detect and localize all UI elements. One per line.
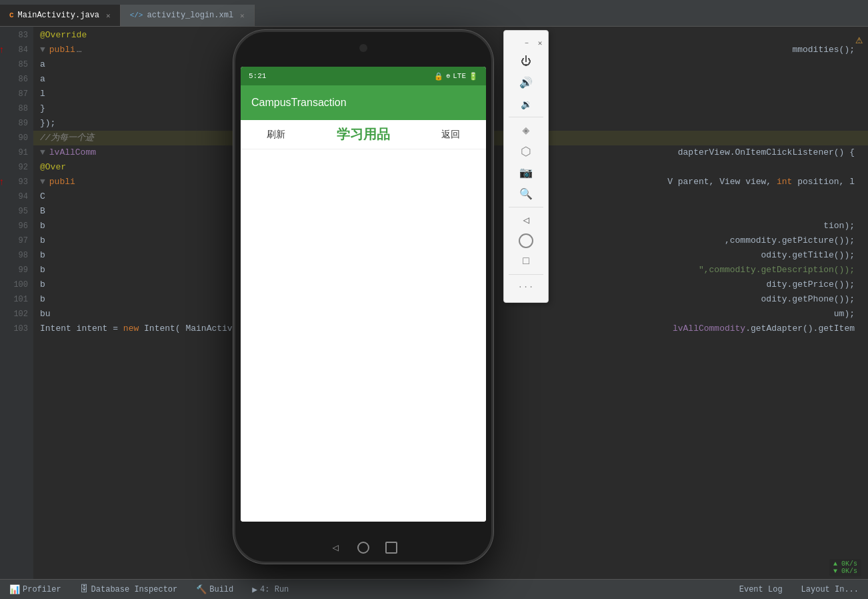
line-94: 94	[0, 189, 28, 204]
emu-camera-button[interactable]: 📷	[511, 162, 541, 183]
line-96: 96	[0, 219, 28, 233]
signal-text: LTE	[453, 72, 466, 80]
line-87: 87	[0, 87, 28, 101]
tab-bar: C MainActivity.java ✕ </> activity_login…	[0, 0, 868, 27]
traffic-indicators: ▲ 0K/s ▼ 0K/s	[829, 559, 861, 576]
emu-vol-down-button[interactable]: 🔉	[511, 93, 541, 115]
status-icons: 🔒 ⊕ LTE 🔋	[434, 72, 478, 81]
line-99: 99	[0, 263, 28, 277]
line-numbers: 83 ↑ 84 85 86 87 88 89 90 91 92 ↑ 93 94 …	[0, 27, 33, 579]
line-95: 95	[0, 204, 28, 219]
database-inspector-label: Database Inspector	[91, 585, 178, 594]
traffic-up: ▲ 0K/s	[833, 560, 857, 568]
emu-fold-button[interactable]: ⬡	[511, 141, 541, 162]
emu-square-button[interactable]: □	[511, 251, 541, 272]
app-title: CampusTransaction	[251, 97, 347, 109]
event-log-label: Event Log	[739, 585, 783, 594]
build-icon: 🔨	[196, 584, 207, 595]
emu-rotate-button[interactable]: ◈	[511, 119, 541, 141]
emu-vol-up-button[interactable]: 🔊	[511, 72, 541, 93]
emu-divider-3	[509, 274, 544, 275]
line-100: 100	[0, 277, 28, 292]
line-97: 97	[0, 233, 28, 248]
emu-divider-2	[509, 207, 544, 207]
lock-icon: 🔒	[434, 72, 443, 81]
layout-inspector-button[interactable]: Layout In...	[797, 584, 863, 596]
phone-screen[interactable]: 5:21 🔒 ⊕ LTE 🔋 CampusTransaction 刷新 学习用品…	[241, 67, 486, 522]
line-103: 103	[0, 322, 28, 336]
build-button[interactable]: 🔨 Build	[192, 583, 237, 596]
phone-home-button[interactable]	[357, 542, 369, 554]
phone-notch	[359, 44, 367, 52]
emu-zoom-button[interactable]: 🔍	[511, 183, 541, 205]
database-icon: 🗄	[80, 584, 89, 594]
build-label: Build	[209, 585, 233, 594]
emu-close-button[interactable]: ✕	[535, 37, 545, 48]
breakpoint-arrow-84: ↑	[0, 43, 4, 57]
location-icon: ⊕	[446, 72, 450, 80]
nav-category[interactable]: 学习用品	[337, 125, 390, 143]
emu-window-controls: – ✕	[504, 35, 548, 51]
app-nav-row: 刷新 学习用品 返回	[241, 120, 486, 149]
profiler-button[interactable]: 📊 Profiler	[5, 583, 65, 596]
traffic-down: ▼ 0K/s	[833, 568, 857, 575]
line-90: 90	[0, 131, 28, 145]
nav-back-btn[interactable]: 返回	[441, 129, 460, 141]
nav-refresh[interactable]: 刷新	[267, 129, 285, 141]
line-89: 89	[0, 116, 28, 131]
emu-minimize-button[interactable]: –	[521, 37, 532, 48]
status-bar: 5:21 🔒 ⊕ LTE 🔋	[241, 67, 486, 85]
line-92: 92	[0, 160, 28, 175]
line-93: ↑ 93	[0, 175, 28, 189]
tab-main-activity-close[interactable]: ✕	[106, 11, 111, 20]
line-86: 86	[0, 72, 28, 87]
line-102: 102	[0, 307, 28, 322]
phone-emulator: 5:21 🔒 ⊕ LTE 🔋 CampusTransaction 刷新 学习用品…	[233, 30, 493, 564]
profiler-icon: 📊	[9, 584, 20, 595]
tab-main-activity[interactable]: C MainActivity.java ✕	[0, 5, 121, 26]
java-icon: C	[9, 11, 14, 19]
phone-nav-bar: ◁	[329, 542, 397, 554]
app-content	[241, 149, 486, 522]
tab-activity-login-label: activity_login.xml	[147, 11, 233, 20]
line-85: 85	[0, 57, 28, 72]
emu-home-button[interactable]	[519, 233, 533, 248]
layout-inspector-label: Layout In...	[801, 585, 859, 594]
run-label: 4: Run	[260, 585, 289, 594]
line-88: 88	[0, 101, 28, 116]
app-toolbar: CampusTransaction	[241, 85, 486, 120]
breakpoint-arrow-93: ↑	[0, 175, 4, 189]
tab-activity-login[interactable]: </> activity_login.xml ✕	[121, 5, 255, 26]
warning-icon: ⚠	[855, 32, 863, 47]
phone-back-button[interactable]: ◁	[329, 542, 341, 554]
profiler-label: Profiler	[23, 585, 61, 594]
event-log-button[interactable]: Event Log	[735, 584, 787, 596]
emu-divider-1	[509, 117, 544, 117]
run-button[interactable]: ▶ 4: Run	[248, 583, 293, 596]
line-84: ↑ 84	[0, 43, 28, 57]
tab-main-activity-label: MainActivity.java	[18, 11, 99, 20]
emulator-controls: – ✕ ⏻ 🔊 🔉 ◈ ⬡ 📷 🔍 ◁ □ ···	[503, 30, 549, 303]
phone-recents-button[interactable]	[385, 542, 397, 554]
emu-power-button[interactable]: ⏻	[511, 51, 541, 72]
line-83: 83	[0, 28, 28, 43]
line-91: 91	[0, 145, 28, 160]
bottom-bar: 📊 Profiler 🗄 Database Inspector 🔨 Build …	[0, 579, 868, 599]
line-98: 98	[0, 248, 28, 263]
emu-back-button[interactable]: ◁	[511, 209, 541, 231]
battery-icon: 🔋	[469, 72, 478, 81]
emu-more-button[interactable]: ···	[511, 277, 541, 298]
run-icon: ▶	[252, 584, 257, 595]
line-101: 101	[0, 292, 28, 307]
phone-body: 5:21 🔒 ⊕ LTE 🔋 CampusTransaction 刷新 学习用品…	[233, 30, 493, 564]
status-time: 5:21	[249, 72, 266, 80]
tab-activity-login-close[interactable]: ✕	[240, 11, 245, 20]
xml-icon: </>	[130, 11, 143, 19]
database-inspector-button[interactable]: 🗄 Database Inspector	[76, 583, 182, 596]
